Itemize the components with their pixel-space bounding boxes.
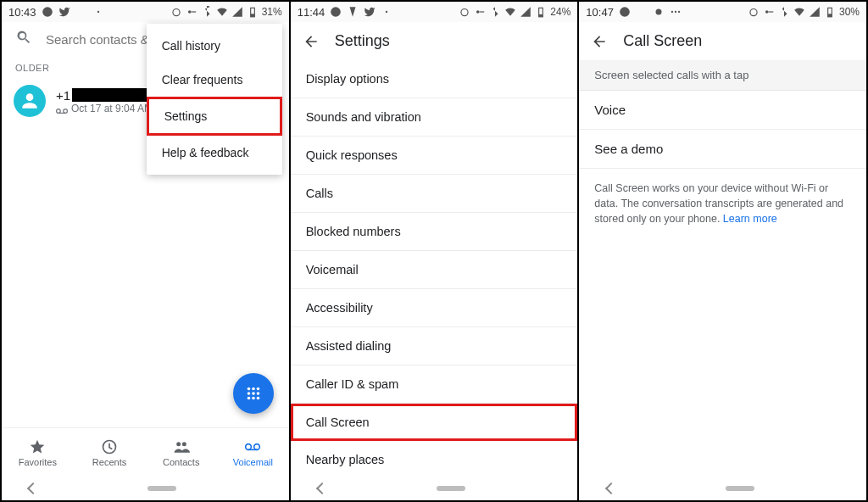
dialpad-fab[interactable] xyxy=(233,373,274,414)
vpn-icon xyxy=(186,6,198,18)
battery-icon xyxy=(824,6,836,18)
status-clock: 10:47 xyxy=(586,6,614,19)
svg-point-8 xyxy=(64,109,68,113)
svg-point-36 xyxy=(678,11,680,13)
contact-number-prefix: +1 xyxy=(56,88,70,103)
spotify-icon xyxy=(330,6,342,18)
phone-panel-2: 11:44 24% Settings Display options xyxy=(291,2,578,500)
svg-point-17 xyxy=(252,397,255,400)
svg-point-32 xyxy=(620,7,630,17)
setting-accessibility[interactable]: Accessibility xyxy=(291,289,578,327)
sysnav-back-icon[interactable] xyxy=(27,482,39,494)
phone-panel-3: 10:47 30% Call Screen Screen selected ca… xyxy=(579,2,866,500)
learn-more-link[interactable]: Learn more xyxy=(723,213,777,225)
callscreen-subtitle: Screen selected calls with a tap xyxy=(579,60,866,91)
svg-point-23 xyxy=(254,443,260,449)
battery-icon xyxy=(247,6,259,18)
more-dots-icon xyxy=(670,6,682,18)
svg-point-25 xyxy=(331,7,341,17)
callscreen-header: Call Screen xyxy=(579,22,866,60)
callscreen-voice[interactable]: Voice xyxy=(579,91,866,130)
menu-clear-frequents[interactable]: Clear frequents xyxy=(147,63,282,97)
svg-point-13 xyxy=(247,392,250,395)
header-title: Call Screen xyxy=(623,32,702,50)
svg-point-10 xyxy=(247,388,250,391)
setting-caller-id-spam[interactable]: Caller ID & spam xyxy=(291,365,578,404)
svg-point-38 xyxy=(765,10,769,14)
sysnav-back-icon[interactable] xyxy=(605,482,617,494)
status-clock: 11:44 xyxy=(298,6,326,19)
back-icon[interactable] xyxy=(591,33,608,50)
battery-percent: 31% xyxy=(262,6,282,18)
svg-point-20 xyxy=(176,442,181,446)
svg-point-26 xyxy=(386,11,387,13)
menu-call-history[interactable]: Call history xyxy=(147,29,282,63)
svg-rect-31 xyxy=(539,14,543,17)
svg-point-37 xyxy=(750,9,757,16)
setting-calls[interactable]: Calls xyxy=(291,175,578,213)
setting-sounds-vibration[interactable]: Sounds and vibration xyxy=(291,98,578,137)
system-nav xyxy=(579,477,866,500)
settings-header: Settings xyxy=(291,22,578,60)
sysnav-home-pill[interactable] xyxy=(726,486,754,491)
status-bar: 11:44 24% xyxy=(291,2,578,22)
setting-display-options[interactable]: Display options xyxy=(291,60,578,98)
svg-point-14 xyxy=(252,392,255,395)
alarm-icon xyxy=(748,6,760,18)
svg-rect-6 xyxy=(250,14,254,17)
svg-point-0 xyxy=(42,7,53,17)
bluetooth-icon xyxy=(489,6,501,18)
setting-nearby-places[interactable]: Nearby places xyxy=(291,441,578,477)
battery-percent: 30% xyxy=(839,6,860,18)
avatar xyxy=(14,85,46,117)
overflow-menu: Call history Clear frequents Settings He… xyxy=(147,24,282,175)
voicemail-glyph-icon xyxy=(56,105,68,112)
dot-icon xyxy=(381,6,392,18)
svg-point-3 xyxy=(188,10,192,14)
setting-quick-responses[interactable]: Quick responses xyxy=(291,137,578,175)
callscreen-description: Call Screen works on your device without… xyxy=(579,169,866,238)
nav-recents[interactable]: Recents xyxy=(74,428,146,477)
carrier-icon xyxy=(75,6,87,18)
nav-voicemail[interactable]: Voicemail xyxy=(217,428,289,477)
signal-icon xyxy=(520,6,531,18)
back-icon[interactable] xyxy=(303,33,320,50)
search-icon xyxy=(15,29,32,49)
wifi-icon xyxy=(216,6,228,18)
svg-rect-4 xyxy=(191,11,196,12)
setting-voicemail[interactable]: Voicemail xyxy=(291,251,578,289)
spotify-icon xyxy=(619,6,631,18)
wifi-icon xyxy=(793,6,805,18)
signal-icon xyxy=(231,6,243,18)
setting-blocked-numbers[interactable]: Blocked numbers xyxy=(291,213,578,251)
wear-icon xyxy=(347,6,359,18)
spotify-icon xyxy=(42,6,53,18)
svg-rect-29 xyxy=(480,11,485,12)
status-bar: 10:47 30% xyxy=(579,2,866,22)
nav-contacts[interactable]: Contacts xyxy=(145,428,217,477)
svg-point-22 xyxy=(246,443,252,449)
settings-list: Display options Sounds and vibration Qui… xyxy=(291,60,578,477)
callscreen-see-demo[interactable]: See a demo xyxy=(579,130,866,169)
setting-assisted-dialing[interactable]: Assisted dialing xyxy=(291,327,578,365)
svg-point-11 xyxy=(252,388,255,391)
alarm-icon xyxy=(459,6,470,18)
status-bar: 10:43 31% xyxy=(2,2,289,22)
setting-call-screen[interactable]: Call Screen xyxy=(291,404,578,441)
alarm-icon xyxy=(170,6,182,18)
sysnav-back-icon[interactable] xyxy=(316,482,328,494)
svg-point-35 xyxy=(675,11,676,13)
svg-point-12 xyxy=(256,388,259,391)
sysnav-home-pill[interactable] xyxy=(437,486,465,491)
menu-help-feedback[interactable]: Help & feedback xyxy=(147,136,282,170)
vpn-icon xyxy=(474,6,486,18)
system-nav xyxy=(291,477,578,500)
svg-point-2 xyxy=(173,9,180,16)
nav-favorites[interactable]: Favorites xyxy=(2,428,74,477)
svg-point-1 xyxy=(97,11,98,13)
svg-point-34 xyxy=(671,11,673,13)
sysnav-home-pill[interactable] xyxy=(147,486,176,491)
vpn-icon xyxy=(763,6,775,18)
system-nav xyxy=(2,477,289,500)
menu-settings[interactable]: Settings xyxy=(147,97,282,136)
